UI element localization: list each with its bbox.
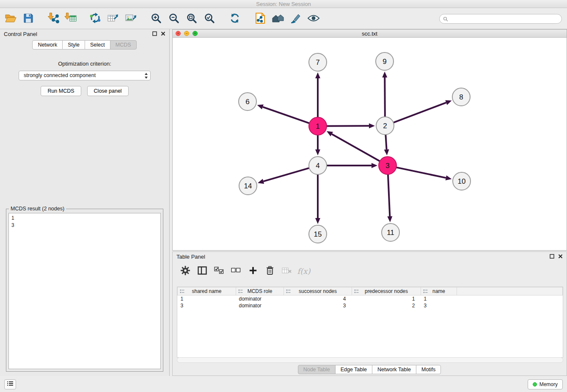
tab-mcds[interactable]: MCDS [110, 40, 137, 50]
graph-edge-3-10[interactable] [396, 167, 446, 178]
save-session-button[interactable] [21, 11, 36, 26]
home-icon [272, 13, 284, 25]
zoom-fit-button[interactable] [184, 11, 199, 26]
show-hide-panels-button[interactable] [306, 11, 321, 26]
task-history-button[interactable] [4, 379, 16, 389]
close-panel-button[interactable]: Close panel [87, 86, 129, 96]
search-input[interactable] [439, 14, 562, 24]
network-window-title: scc.txt [362, 30, 377, 37]
column-label: predecessor nodes [365, 288, 408, 294]
cell-successor-nodes: 3 [284, 302, 352, 309]
graph-edge-1-6[interactable] [263, 107, 309, 124]
column-label: name [432, 288, 445, 294]
cell-predecessor-nodes: 1 [352, 295, 421, 302]
zoom-out-button[interactable] [167, 11, 181, 26]
close-window-icon[interactable]: × [176, 31, 181, 36]
open-file-button[interactable] [3, 11, 18, 26]
graph-edge-2-9[interactable] [385, 77, 385, 117]
import-table-icon [64, 12, 77, 25]
network-arrows-button[interactable] [88, 11, 102, 26]
tab-network[interactable]: Network [32, 40, 63, 50]
delete-table-button [280, 265, 294, 277]
apply-style-button[interactable] [289, 11, 303, 26]
float-panel-icon[interactable] [152, 31, 157, 37]
zoom-in-icon [151, 13, 162, 25]
close-panel-icon[interactable] [161, 31, 165, 37]
graph-edge-2-8[interactable] [394, 102, 446, 122]
table-row[interactable]: 1dominator411 [178, 295, 563, 302]
run-mcds-button[interactable]: Run MCDS [41, 86, 81, 96]
zoom-fit-icon [186, 13, 197, 25]
cell-filler [457, 295, 563, 302]
node-table: shared nameMCDS rolesuccessor nodesprede… [177, 287, 563, 358]
show-column-panel-button[interactable] [195, 265, 209, 277]
tab-node-table[interactable]: Node Table [298, 365, 336, 374]
import-table-button[interactable] [63, 11, 78, 26]
tab-network-table[interactable]: Network Table [372, 365, 416, 374]
select-all-columns-button[interactable] [212, 265, 226, 277]
brush-icon [290, 13, 302, 25]
table-panel-header: Table Panel [173, 252, 567, 262]
network-canvas[interactable]: 7968124314101511 [173, 38, 567, 250]
graph-node-label: 7 [316, 58, 319, 66]
minimize-window-icon[interactable]: − [184, 31, 189, 36]
sort-icon [238, 289, 243, 295]
export-table-button[interactable] [106, 11, 120, 26]
zoom-in-button[interactable] [149, 11, 163, 26]
memory-label: Memory [539, 381, 558, 387]
graph-edge-3-11[interactable] [388, 174, 390, 216]
unselect-all-columns-button[interactable] [229, 265, 243, 277]
graph-edge-4-14[interactable] [263, 168, 309, 182]
edge-arrowhead [315, 149, 320, 155]
export-image-button[interactable] [124, 11, 138, 26]
tab-style[interactable]: Style [62, 40, 85, 50]
tab-edge-table[interactable]: Edge Table [335, 365, 372, 374]
tab-motifs[interactable]: Motifs [416, 365, 441, 374]
refresh-icon [229, 13, 240, 25]
maximize-window-icon[interactable]: + [193, 31, 198, 36]
table-settings-button[interactable] [179, 265, 192, 277]
graph-edge-1-2[interactable] [327, 126, 369, 126]
close-table-panel-icon[interactable] [558, 254, 563, 260]
graph-node-label: 3 [385, 162, 389, 170]
home-view-button[interactable] [271, 11, 285, 26]
horizontal-scrollbar[interactable] [177, 357, 563, 363]
column-header-predecessor-nodes[interactable]: predecessor nodes [352, 287, 421, 295]
function-builder-button: f(x) [297, 265, 311, 277]
edge-arrowhead [384, 149, 389, 155]
toolbar-search [439, 14, 562, 24]
column-label: successor nodes [299, 288, 337, 294]
graph-node-label: 4 [316, 162, 319, 170]
main-toolbar [0, 8, 567, 29]
graph-node-label: 9 [383, 58, 386, 66]
graph-edge-2-3[interactable] [385, 135, 386, 149]
memory-button[interactable]: Memory [528, 379, 563, 389]
dropdown-arrows-icon [144, 72, 148, 82]
tab-select[interactable]: Select [85, 40, 110, 50]
app-title: Session: New Session [256, 1, 311, 7]
column-header-name[interactable]: name [421, 287, 457, 295]
float-table-panel-icon[interactable] [550, 254, 554, 260]
table-row[interactable]: 3dominator323 [178, 302, 563, 309]
mcds-result-box[interactable]: 13 [8, 213, 161, 369]
edge-arrowhead [315, 72, 320, 78]
cell-name: 1 [421, 295, 457, 302]
delete-column-button[interactable] [263, 265, 277, 277]
network-window-titlebar[interactable]: × − + scc.txt [173, 30, 567, 38]
zoom-out-icon [168, 13, 179, 25]
sort-icon [286, 289, 291, 295]
column-header-mcds-role[interactable]: MCDS role [236, 287, 284, 295]
criterion-dropdown[interactable]: strongly connected component [19, 71, 151, 80]
column-header-successor-nodes[interactable]: successor nodes [284, 287, 352, 295]
open-network-document-button[interactable] [253, 11, 267, 26]
graph-node-label: 1 [316, 122, 319, 130]
delete-table-icon [282, 267, 292, 276]
create-column-button[interactable] [246, 265, 260, 277]
zoom-selected-button[interactable] [202, 11, 217, 26]
graph-node-label: 6 [245, 98, 249, 106]
graph-edge-3-1[interactable] [332, 134, 380, 161]
column-header-shared-name[interactable]: shared name [178, 287, 236, 295]
graph-node-label: 2 [383, 122, 387, 130]
import-network-button[interactable] [46, 11, 60, 26]
refresh-layout-button[interactable] [228, 11, 242, 26]
